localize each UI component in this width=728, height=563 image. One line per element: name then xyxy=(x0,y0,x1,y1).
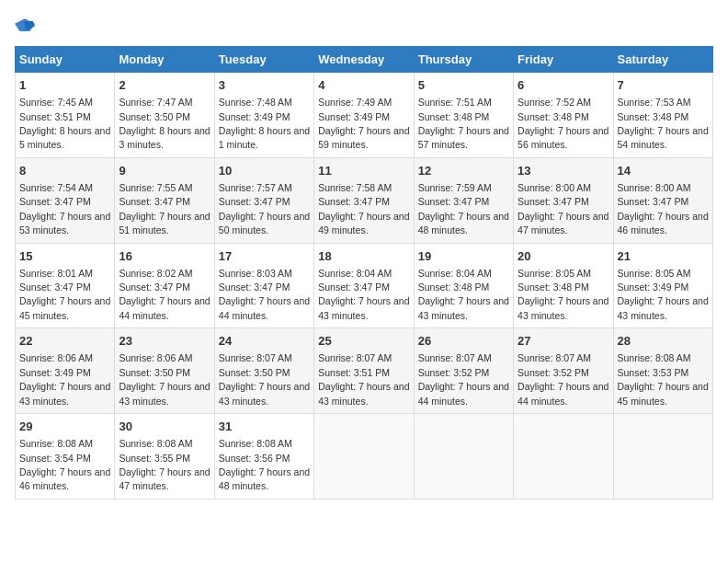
day-info: Sunrise: 8:04 AMSunset: 3:47 PMDaylight:… xyxy=(318,268,409,321)
day-number: 20 xyxy=(518,248,609,265)
day-info: Sunrise: 8:00 AMSunset: 3:47 PMDaylight:… xyxy=(618,182,709,236)
calendar-cell xyxy=(514,414,613,500)
calendar-cell xyxy=(613,414,712,500)
day-info: Sunrise: 8:08 AMSunset: 3:55 PMDaylight:… xyxy=(119,438,210,491)
day-info: Sunrise: 7:52 AMSunset: 3:48 PMDaylight:… xyxy=(518,97,609,150)
day-number: 7 xyxy=(618,77,709,94)
day-info: Sunrise: 8:08 AMSunset: 3:56 PMDaylight:… xyxy=(219,438,310,491)
day-info: Sunrise: 7:55 AMSunset: 3:47 PMDaylight:… xyxy=(119,182,210,236)
calendar-cell: 1Sunrise: 7:45 AMSunset: 3:51 PMDaylight… xyxy=(16,73,115,158)
calendar-cell: 18Sunrise: 8:04 AMSunset: 3:47 PMDayligh… xyxy=(314,243,414,328)
day-number: 16 xyxy=(119,248,210,265)
calendar-cell: 5Sunrise: 7:51 AMSunset: 3:48 PMDaylight… xyxy=(414,73,513,158)
day-info: Sunrise: 8:07 AMSunset: 3:52 PMDaylight:… xyxy=(418,352,509,406)
calendar-cell: 2Sunrise: 7:47 AMSunset: 3:50 PMDaylight… xyxy=(115,73,214,158)
day-info: Sunrise: 8:06 AMSunset: 3:50 PMDaylight:… xyxy=(119,352,210,406)
day-number: 23 xyxy=(119,333,210,350)
day-info: Sunrise: 7:48 AMSunset: 3:49 PMDaylight:… xyxy=(219,97,310,150)
calendar-cell: 28Sunrise: 8:08 AMSunset: 3:53 PMDayligh… xyxy=(613,328,712,414)
day-info: Sunrise: 7:57 AMSunset: 3:47 PMDaylight:… xyxy=(219,182,310,236)
calendar-cell: 21Sunrise: 8:05 AMSunset: 3:49 PMDayligh… xyxy=(613,243,712,328)
calendar-cell: 9Sunrise: 7:55 AMSunset: 3:47 PMDaylight… xyxy=(115,157,214,243)
day-number: 6 xyxy=(518,77,609,94)
day-number: 26 xyxy=(418,333,509,350)
calendar-cell: 20Sunrise: 8:05 AMSunset: 3:48 PMDayligh… xyxy=(514,243,613,328)
calendar-cell: 3Sunrise: 7:48 AMSunset: 3:49 PMDaylight… xyxy=(214,73,313,158)
day-info: Sunrise: 8:07 AMSunset: 3:50 PMDaylight:… xyxy=(219,352,310,406)
day-info: Sunrise: 7:54 AMSunset: 3:47 PMDaylight:… xyxy=(19,182,110,236)
day-info: Sunrise: 8:03 AMSunset: 3:47 PMDaylight:… xyxy=(219,268,310,321)
day-info: Sunrise: 7:53 AMSunset: 3:48 PMDaylight:… xyxy=(618,97,709,150)
day-info: Sunrise: 8:01 AMSunset: 3:47 PMDaylight:… xyxy=(19,268,110,321)
day-number: 29 xyxy=(19,419,110,435)
day-info: Sunrise: 8:07 AMSunset: 3:51 PMDaylight:… xyxy=(318,352,409,406)
day-number: 25 xyxy=(318,333,409,350)
day-number: 24 xyxy=(219,333,310,350)
day-number: 14 xyxy=(618,163,709,179)
day-info: Sunrise: 8:08 AMSunset: 3:54 PMDaylight:… xyxy=(19,438,110,491)
calendar-day-header: Monday xyxy=(115,47,214,73)
day-info: Sunrise: 8:02 AMSunset: 3:47 PMDaylight:… xyxy=(119,268,210,321)
logo xyxy=(15,15,37,39)
calendar-table: SundayMondayTuesdayWednesdayThursdayFrid… xyxy=(15,46,713,500)
day-number: 21 xyxy=(618,248,709,265)
day-info: Sunrise: 8:07 AMSunset: 3:52 PMDaylight:… xyxy=(518,352,609,406)
day-info: Sunrise: 8:05 AMSunset: 3:48 PMDaylight:… xyxy=(518,268,609,321)
day-number: 27 xyxy=(518,333,609,350)
calendar-week-row: 15Sunrise: 8:01 AMSunset: 3:47 PMDayligh… xyxy=(16,243,713,328)
day-number: 11 xyxy=(318,163,409,179)
calendar-cell: 16Sunrise: 8:02 AMSunset: 3:47 PMDayligh… xyxy=(115,243,214,328)
calendar-cell: 25Sunrise: 8:07 AMSunset: 3:51 PMDayligh… xyxy=(314,328,414,414)
calendar-week-row: 22Sunrise: 8:06 AMSunset: 3:49 PMDayligh… xyxy=(16,328,713,414)
calendar-cell: 17Sunrise: 8:03 AMSunset: 3:47 PMDayligh… xyxy=(214,243,313,328)
day-info: Sunrise: 8:06 AMSunset: 3:49 PMDaylight:… xyxy=(19,352,110,406)
day-number: 30 xyxy=(119,419,210,435)
day-number: 3 xyxy=(219,77,310,94)
day-number: 12 xyxy=(418,163,509,179)
calendar-day-header: Friday xyxy=(514,47,613,73)
calendar-cell: 10Sunrise: 7:57 AMSunset: 3:47 PMDayligh… xyxy=(214,157,313,243)
day-number: 9 xyxy=(119,163,210,179)
calendar-day-header: Sunday xyxy=(16,47,115,73)
day-number: 13 xyxy=(518,163,609,179)
day-info: Sunrise: 7:45 AMSunset: 3:51 PMDaylight:… xyxy=(19,97,110,150)
calendar-cell: 22Sunrise: 8:06 AMSunset: 3:49 PMDayligh… xyxy=(16,328,115,414)
day-number: 1 xyxy=(19,77,110,94)
calendar-cell: 6Sunrise: 7:52 AMSunset: 3:48 PMDaylight… xyxy=(514,73,613,158)
day-number: 15 xyxy=(19,248,110,265)
day-info: Sunrise: 8:04 AMSunset: 3:48 PMDaylight:… xyxy=(418,268,509,321)
day-number: 18 xyxy=(318,248,409,265)
calendar-cell: 26Sunrise: 8:07 AMSunset: 3:52 PMDayligh… xyxy=(414,328,513,414)
calendar-cell: 27Sunrise: 8:07 AMSunset: 3:52 PMDayligh… xyxy=(514,328,613,414)
day-info: Sunrise: 7:59 AMSunset: 3:47 PMDaylight:… xyxy=(418,182,509,236)
calendar-day-header: Tuesday xyxy=(214,47,313,73)
day-info: Sunrise: 7:47 AMSunset: 3:50 PMDaylight:… xyxy=(119,97,210,150)
page-header xyxy=(15,15,713,39)
calendar-cell: 14Sunrise: 8:00 AMSunset: 3:47 PMDayligh… xyxy=(613,157,712,243)
day-number: 4 xyxy=(318,77,409,94)
day-number: 19 xyxy=(418,248,509,265)
day-number: 2 xyxy=(119,77,210,94)
day-info: Sunrise: 7:58 AMSunset: 3:47 PMDaylight:… xyxy=(318,182,409,236)
calendar-day-header: Thursday xyxy=(414,47,513,73)
calendar-week-row: 8Sunrise: 7:54 AMSunset: 3:47 PMDaylight… xyxy=(16,157,713,243)
calendar-cell: 8Sunrise: 7:54 AMSunset: 3:47 PMDaylight… xyxy=(16,157,115,243)
calendar-cell: 30Sunrise: 8:08 AMSunset: 3:55 PMDayligh… xyxy=(115,414,214,500)
calendar-cell: 31Sunrise: 8:08 AMSunset: 3:56 PMDayligh… xyxy=(214,414,313,500)
day-info: Sunrise: 8:00 AMSunset: 3:47 PMDaylight:… xyxy=(518,182,609,236)
calendar-cell: 13Sunrise: 8:00 AMSunset: 3:47 PMDayligh… xyxy=(514,157,613,243)
calendar-day-header: Wednesday xyxy=(314,47,414,73)
calendar-cell xyxy=(414,414,513,500)
day-info: Sunrise: 7:49 AMSunset: 3:49 PMDaylight:… xyxy=(318,97,409,150)
day-number: 8 xyxy=(19,163,110,179)
day-number: 31 xyxy=(219,419,310,435)
calendar-week-row: 29Sunrise: 8:08 AMSunset: 3:54 PMDayligh… xyxy=(16,414,713,500)
calendar-cell: 15Sunrise: 8:01 AMSunset: 3:47 PMDayligh… xyxy=(16,243,115,328)
calendar-cell xyxy=(314,414,414,500)
day-number: 17 xyxy=(219,248,310,265)
calendar-cell: 7Sunrise: 7:53 AMSunset: 3:48 PMDaylight… xyxy=(613,73,712,158)
day-info: Sunrise: 8:05 AMSunset: 3:49 PMDaylight:… xyxy=(618,268,709,321)
calendar-cell: 29Sunrise: 8:08 AMSunset: 3:54 PMDayligh… xyxy=(16,414,115,500)
day-info: Sunrise: 8:08 AMSunset: 3:53 PMDaylight:… xyxy=(618,352,709,406)
calendar-cell: 4Sunrise: 7:49 AMSunset: 3:49 PMDaylight… xyxy=(314,73,414,158)
